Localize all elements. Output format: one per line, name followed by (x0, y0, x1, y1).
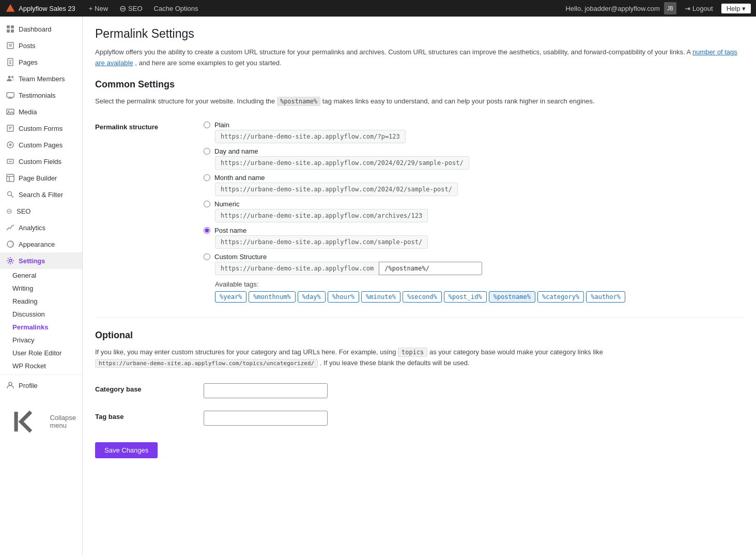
sidebar-sub-item-permalinks[interactable]: Permalinks (0, 321, 82, 334)
available-tags-section: Available tags: %year% %monthnum% %day% … (215, 280, 744, 303)
optional-title: Optional (95, 330, 744, 341)
tag-year[interactable]: %year% (215, 291, 246, 303)
layout: Dashboard Posts Pages Team Members Testi… (0, 17, 756, 556)
sidebar-item-custom-pages[interactable]: Custom Pages (0, 137, 82, 153)
seo-label: SEO (128, 5, 142, 12)
option-day-and-name: Day and name https://urbane-demo-site.ap… (204, 147, 744, 170)
sidebar-item-team-members[interactable]: Team Members (0, 70, 82, 87)
tag-day[interactable]: %day% (298, 291, 326, 303)
seo-nav-item[interactable]: ⊖ SEO (114, 0, 147, 17)
intro-paragraph: Applyflow offers you the ability to crea… (95, 47, 744, 69)
save-changes-button[interactable]: Save Changes (95, 442, 158, 458)
tag-second[interactable]: %second% (403, 291, 442, 303)
page-title: Permalink Settings (95, 27, 744, 41)
sidebar-item-custom-fields[interactable]: Custom Fields (0, 153, 82, 170)
sidebar-item-media[interactable]: Media (0, 103, 82, 120)
sidebar-item-label: Custom Forms (19, 125, 63, 132)
cache-label: Cache Options (154, 5, 198, 12)
optional-desc-mid: as your category base would make your ca… (429, 348, 603, 356)
month-and-name-url: https://urbane-demo-site.ap.applyflow.co… (215, 183, 458, 196)
tag-base-cell (204, 404, 744, 432)
tag-minute[interactable]: %minute% (361, 291, 400, 303)
tag-post-id[interactable]: %post_id% (444, 291, 487, 303)
sidebar-item-label: Testimonials (19, 92, 56, 99)
sidebar-sub-item-wp-rocket[interactable]: WP Rocket (0, 359, 82, 372)
svg-point-34 (9, 382, 12, 385)
tags-row: %year% %monthnum% %day% %hour% %minute% … (215, 291, 744, 303)
sidebar-sub-item-privacy[interactable]: Privacy (0, 334, 82, 347)
tag-postname[interactable]: %postname% (489, 291, 535, 303)
month-and-name-label: Month and name (214, 174, 265, 182)
custom-url-input[interactable] (379, 262, 482, 275)
sidebar-item-label: Custom Fields (19, 158, 61, 166)
plain-radio[interactable] (204, 122, 210, 128)
sidebar-sub-item-writing[interactable]: Writing (0, 282, 82, 295)
common-settings-title: Common Settings (95, 79, 744, 90)
forms-icon (6, 124, 14, 132)
numeric-radio[interactable] (204, 201, 210, 207)
month-and-name-option-label[interactable]: Month and name (204, 174, 744, 182)
sidebar-sub-item-user-role-editor[interactable]: User Role Editor (0, 347, 82, 359)
common-desc-pre: Select the permalink structure for your … (95, 97, 275, 105)
tag-base-input[interactable] (204, 411, 328, 426)
svg-rect-1 (7, 25, 10, 28)
sidebar-item-profile[interactable]: Profile (0, 377, 82, 394)
tag-hour[interactable]: %hour% (328, 291, 359, 303)
svg-point-12 (8, 76, 11, 79)
sidebar-item-search-filter[interactable]: Search & Filter (0, 186, 82, 203)
sidebar-item-analytics[interactable]: Analytics (0, 219, 82, 236)
sidebar-sub-item-reading[interactable]: Reading (0, 295, 82, 308)
sidebar-item-testimonials[interactable]: Testimonials (0, 87, 82, 103)
sidebar-item-label: Page Builder (19, 174, 57, 182)
category-base-input[interactable] (204, 383, 328, 398)
post-name-option-label[interactable]: Post name (204, 227, 744, 234)
sidebar-item-label: Custom Pages (19, 141, 63, 149)
numeric-label: Numeric (214, 200, 239, 208)
user-greeting: Hello, jobadder@applyflow.com (566, 5, 660, 12)
plain-option-label[interactable]: Plain (204, 121, 744, 129)
logout-button[interactable]: ⇥ Logout (681, 0, 717, 17)
custom-structure-radio[interactable] (204, 253, 210, 260)
sidebar-item-dashboard[interactable]: Dashboard (0, 21, 82, 37)
option-plain: Plain https://urbane-demo-site.ap.applyf… (204, 121, 744, 143)
numeric-url: https://urbane-demo-site.ap.applyflow.co… (215, 209, 428, 222)
sidebar-item-pages[interactable]: Pages (0, 54, 82, 70)
topbar-right: Hello, jobadder@applyflow.com JB ⇥ Logou… (566, 0, 751, 17)
profile-icon (6, 381, 14, 389)
numeric-option-label[interactable]: Numeric (204, 200, 744, 208)
tag-category[interactable]: %category% (537, 291, 584, 303)
custom-structure-option-label[interactable]: Custom Structure (204, 253, 744, 261)
post-name-radio[interactable] (204, 227, 210, 234)
day-and-name-option-label[interactable]: Day and name (204, 147, 744, 155)
permalink-options-cell: Plain https://urbane-demo-site.ap.applyf… (204, 115, 744, 309)
tag-author[interactable]: %author% (586, 291, 625, 303)
sidebar-item-label: Appearance (19, 241, 55, 248)
topbar: Applyflow Sales 23 + New ⊖ SEO Cache Opt… (0, 0, 756, 17)
cache-options-nav-item[interactable]: Cache Options (149, 0, 204, 17)
month-and-name-radio[interactable] (204, 174, 210, 181)
common-desc: Select the permalink structure for your … (95, 96, 744, 107)
tag-monthnum[interactable]: %monthnum% (249, 291, 295, 303)
tag-base-label: Tag base (95, 404, 204, 432)
help-button[interactable]: Help ▾ (721, 4, 751, 13)
sidebar-item-label: SEO (17, 207, 30, 215)
sidebar-sub-item-general[interactable]: General (0, 269, 82, 282)
sidebar-item-custom-forms[interactable]: Custom Forms (0, 120, 82, 137)
new-button[interactable]: + New (84, 0, 113, 17)
intro-text-end: , and here are some examples to get you … (135, 59, 281, 67)
day-and-name-radio[interactable] (204, 148, 210, 155)
svg-marker-0 (6, 4, 15, 12)
sidebar-item-posts[interactable]: Posts (0, 37, 82, 54)
sidebar-item-seo[interactable]: ⊖ SEO (0, 203, 82, 219)
sidebar-sub-item-discussion[interactable]: Discussion (0, 308, 82, 321)
sidebar-divider (0, 374, 82, 375)
testimonials-icon (6, 91, 14, 99)
sidebar-item-page-builder[interactable]: Page Builder (0, 170, 82, 186)
sidebar-item-appearance[interactable]: Appearance (0, 236, 82, 252)
topbar-nav: + New ⊖ SEO Cache Options (84, 0, 566, 17)
custom-url-prefix: https://urbane-demo-site.ap.applyflow.co… (215, 262, 379, 275)
logout-icon: ⇥ (685, 5, 690, 12)
option-custom-structure: Custom Structure https://urbane-demo-sit… (204, 253, 744, 303)
collapse-menu-button[interactable]: Collapse menu (0, 398, 82, 445)
sidebar-item-settings[interactable]: Settings (0, 252, 82, 269)
